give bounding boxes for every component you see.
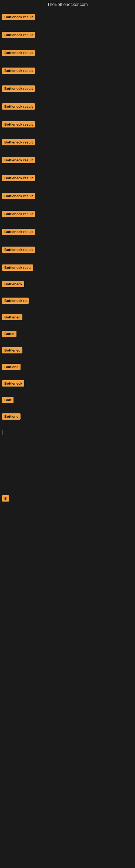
bottleneck-badge[interactable]: Bottlene bbox=[2, 413, 20, 420]
text-cursor: | bbox=[2, 429, 3, 435]
list-item: Bottlenec bbox=[1, 314, 134, 322]
list-item: Bottleneck result bbox=[1, 85, 134, 93]
list-item: Bottleneck re bbox=[1, 297, 134, 305]
empty-space-1 bbox=[1, 435, 134, 489]
list-item: Bottlenec bbox=[1, 347, 134, 355]
list-item: Bottleneck result bbox=[1, 121, 134, 129]
bottleneck-badge[interactable]: Bottleneck result bbox=[2, 67, 35, 74]
list-item: B bbox=[1, 495, 134, 503]
bottleneck-badge-single[interactable]: B bbox=[2, 495, 9, 501]
bottleneck-badge[interactable]: Bottleneck result bbox=[2, 211, 35, 217]
site-title: TheBottlenecker.com bbox=[0, 0, 135, 9]
bottleneck-badge[interactable]: Bottleneck result bbox=[2, 247, 35, 253]
bottleneck-badge[interactable]: Bottleneck result bbox=[2, 229, 35, 235]
bottleneck-badge[interactable]: Bottleneck result bbox=[2, 50, 35, 56]
list-item: Bottleneck result bbox=[1, 138, 134, 147]
cursor-area: | bbox=[2, 429, 134, 435]
bottleneck-badge[interactable]: Bottleneck re bbox=[2, 298, 29, 304]
bottleneck-badge[interactable]: Bottleneck result bbox=[2, 139, 35, 145]
list-item: Bottleneck bbox=[1, 280, 134, 289]
bottleneck-badge[interactable]: Bottleneck result bbox=[2, 32, 35, 38]
bottleneck-badge[interactable]: Bottleneck result bbox=[2, 157, 35, 163]
list-item: Bottleneck bbox=[1, 380, 134, 388]
empty-space-2 bbox=[1, 505, 134, 614]
list-item: Bottleneck result bbox=[1, 49, 134, 58]
bottleneck-badge[interactable]: Bottleneck result bbox=[2, 121, 35, 127]
bottleneck-badge[interactable]: Bottleneck result bbox=[2, 103, 35, 110]
list-item: Bottleneck result bbox=[1, 67, 134, 75]
list-item: Bottleneck result bbox=[1, 175, 134, 183]
bottleneck-badge[interactable]: Bottle bbox=[2, 331, 16, 337]
list-item: Bottleneck result bbox=[1, 13, 134, 22]
list-item: Bottleneck resu bbox=[1, 264, 134, 272]
bottleneck-badge[interactable]: Bottleneck result bbox=[2, 14, 35, 20]
bottleneck-badge[interactable]: Bottlenec bbox=[2, 314, 22, 320]
list-item: Bottleneck result bbox=[1, 31, 134, 40]
list-item: Bottleneck result bbox=[1, 210, 134, 219]
bottleneck-badge[interactable]: Bott bbox=[2, 397, 13, 403]
list-item: Bottleneck result bbox=[1, 103, 134, 111]
list-item: Bottleneck result bbox=[1, 156, 134, 165]
bottleneck-badge[interactable]: Bottleneck result bbox=[2, 86, 35, 92]
bottleneck-badge[interactable]: Bottleneck result bbox=[2, 193, 35, 199]
list-item: Bottlene bbox=[1, 363, 134, 372]
list-item: Bottleneck result bbox=[1, 192, 134, 201]
bottleneck-badge[interactable]: Bottlene bbox=[2, 364, 20, 370]
list-item: Bottleneck result bbox=[1, 246, 134, 254]
bottleneck-badge[interactable]: Bottleneck bbox=[2, 380, 24, 386]
list-item: Bottlene bbox=[1, 413, 134, 421]
bottleneck-badge[interactable]: Bottleneck resu bbox=[2, 265, 33, 271]
list-item: Bottle bbox=[1, 330, 134, 339]
bottleneck-badge[interactable]: Bottleneck bbox=[2, 281, 24, 287]
list-item: Bottleneck result bbox=[1, 228, 134, 237]
list-item: Bott bbox=[1, 396, 134, 405]
items-container: Bottleneck result Bottleneck result Bott… bbox=[0, 9, 135, 617]
bottleneck-badge[interactable]: Bottleneck result bbox=[2, 175, 35, 181]
bottleneck-badge[interactable]: Bottlenec bbox=[2, 347, 22, 353]
